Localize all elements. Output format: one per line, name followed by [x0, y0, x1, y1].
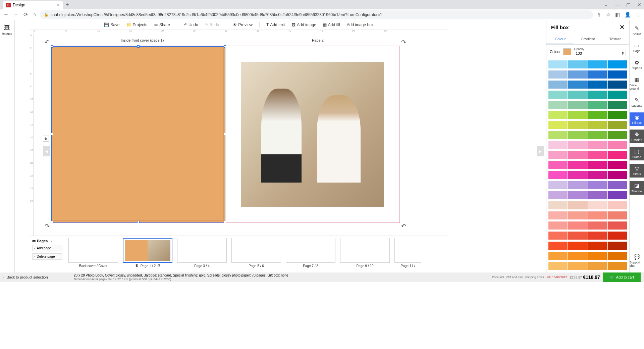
tool-filters[interactable]: ▽Filters: [630, 164, 644, 178]
prev-page-arrow[interactable]: ◄: [43, 146, 50, 156]
palette-swatch[interactable]: [608, 211, 627, 219]
palette-swatch[interactable]: [608, 201, 627, 209]
palette-swatch[interactable]: [548, 191, 568, 199]
palette-swatch[interactable]: [568, 211, 587, 219]
palette-swatch[interactable]: [588, 131, 607, 139]
palette-swatch[interactable]: [608, 141, 627, 149]
tool-layouts[interactable]: ✎Layouts: [630, 95, 644, 109]
resize-handle[interactable]: [51, 221, 53, 223]
palette-swatch[interactable]: [608, 242, 627, 250]
palette-swatch[interactable]: [548, 181, 568, 189]
add-image-button[interactable]: 🖼Add image: [291, 22, 316, 27]
palette-swatch[interactable]: [568, 91, 587, 99]
tool-frame[interactable]: ▢Frame: [630, 147, 644, 160]
palette-swatch[interactable]: [568, 111, 587, 119]
projects-button[interactable]: 📁Projects: [126, 22, 147, 27]
palette-swatch[interactable]: [548, 101, 568, 109]
palette-swatch[interactable]: [548, 91, 568, 99]
resize-handle[interactable]: [51, 45, 53, 48]
opacity-input[interactable]: Opacity 100 ▲▼: [574, 47, 626, 56]
current-colour-swatch[interactable]: [563, 48, 571, 55]
browser-tab[interactable]: S Design ×: [3, 1, 63, 9]
palette-swatch[interactable]: [568, 101, 587, 109]
palette-swatch[interactable]: [548, 161, 568, 169]
palette-swatch[interactable]: [568, 221, 587, 230]
close-tab-icon[interactable]: ×: [57, 2, 60, 8]
undo-button[interactable]: ↶Undo: [184, 22, 198, 27]
palette-swatch[interactable]: [608, 252, 627, 260]
delete-page-button[interactable]: ▫ Delete page: [32, 253, 62, 260]
palette-swatch[interactable]: [548, 211, 568, 219]
page-thumb[interactable]: Page 9 / 10: [340, 238, 390, 270]
pages-thumbs[interactable]: Back cover / Cover 🗑 Page 1 / 2 ⧉ Pa: [65, 236, 448, 272]
palette-swatch[interactable]: [588, 201, 607, 209]
close-window-icon[interactable]: ✕: [637, 2, 641, 7]
palette-swatch[interactable]: [608, 161, 627, 169]
palette-swatch[interactable]: [548, 81, 568, 89]
back-to-selection[interactable]: ‹ Back to product selection: [3, 275, 74, 279]
sidebar-images[interactable]: 🖼 Images: [2, 24, 12, 35]
palette-swatch[interactable]: [588, 101, 607, 109]
palette-swatch[interactable]: [568, 232, 587, 240]
page-thumb[interactable]: Page 3 / 4: [177, 238, 227, 270]
page-thumb-active[interactable]: 🗑 Page 1 / 2 ⧉: [123, 238, 172, 270]
palette-swatch[interactable]: [608, 121, 627, 129]
palette-swatch[interactable]: [568, 181, 587, 189]
add-page-button[interactable]: ▫ Add page: [32, 245, 62, 251]
next-page-arrow[interactable]: ►: [537, 146, 544, 156]
add-fill-button[interactable]: ▦Add fill: [323, 22, 340, 27]
palette-swatch[interactable]: [568, 171, 587, 179]
palette-swatch[interactable]: [608, 81, 627, 89]
palette-swatch[interactable]: [548, 252, 568, 260]
photo-placeholder[interactable]: [241, 62, 384, 207]
palette-swatch[interactable]: [568, 70, 587, 79]
palette-swatch[interactable]: [548, 221, 568, 230]
palette-swatch[interactable]: [548, 262, 568, 270]
palette-swatch[interactable]: [608, 131, 627, 139]
palette-swatch[interactable]: [548, 171, 568, 179]
close-panel-icon[interactable]: ✕: [620, 23, 625, 31]
palette-swatch[interactable]: [608, 91, 627, 99]
tool-position[interactable]: ✥Position: [630, 130, 644, 143]
trash-icon[interactable]: 🗑: [135, 263, 139, 267]
palette-swatch[interactable]: [608, 111, 627, 119]
palette-swatch[interactable]: [588, 121, 607, 129]
palette-swatch[interactable]: [568, 151, 587, 159]
stepper-icon[interactable]: ▲▼: [622, 51, 624, 55]
palette-swatch[interactable]: [568, 262, 587, 270]
menu-icon[interactable]: ⋮: [636, 12, 641, 18]
palette-swatch[interactable]: [588, 262, 607, 270]
resize-handle[interactable]: [137, 45, 140, 48]
page-spread[interactable]: ↶ ↷ ↷ ↶: [51, 46, 400, 223]
tab-colour[interactable]: Colour: [546, 34, 574, 44]
resize-handle[interactable]: [137, 221, 140, 223]
palette-swatch[interactable]: [548, 121, 568, 129]
palette-swatch[interactable]: [588, 81, 607, 89]
tool-page[interactable]: ▭Page: [630, 41, 644, 54]
tool-shadow[interactable]: ◪Shadow: [630, 181, 644, 195]
palette-swatch[interactable]: [568, 191, 587, 199]
tool-fillbox[interactable]: ◉Fill box: [630, 112, 644, 126]
palette-swatch[interactable]: [588, 211, 607, 219]
palette-swatch[interactable]: [608, 171, 627, 179]
minimize-icon[interactable]: —: [615, 2, 620, 7]
url-input[interactable]: 🔒 saal-digital.eu/WebshopClient/#/Design…: [40, 10, 593, 19]
page-thumb[interactable]: Back cover / Cover: [68, 238, 118, 270]
palette-swatch[interactable]: [548, 232, 568, 240]
palette-swatch[interactable]: [608, 101, 627, 109]
palette-swatch[interactable]: [548, 131, 568, 139]
palette-swatch[interactable]: [588, 221, 607, 230]
palette-swatch[interactable]: [568, 131, 587, 139]
palette-swatch[interactable]: [568, 242, 587, 250]
page-thumb[interactable]: Page 7 / 8: [286, 238, 335, 270]
add-text-button[interactable]: TAdd text: [266, 22, 285, 27]
reload-icon[interactable]: ⟳: [23, 11, 28, 18]
page-thumb[interactable]: Page 5 / 6: [231, 238, 281, 270]
palette-swatch[interactable]: [588, 161, 607, 169]
page-right[interactable]: [225, 46, 399, 222]
palette-swatch[interactable]: [608, 181, 627, 189]
copy-icon[interactable]: ⧉: [158, 263, 160, 267]
palette-swatch[interactable]: [608, 60, 627, 68]
new-tab-button[interactable]: +: [66, 2, 69, 8]
preview-button[interactable]: 👁Preview: [233, 22, 253, 27]
